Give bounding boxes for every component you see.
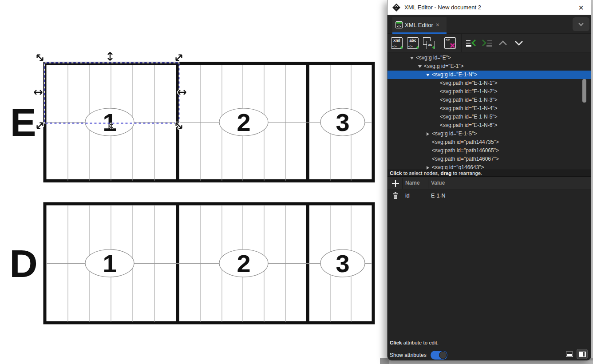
xml-editor-icon: <> xyxy=(395,21,403,28)
xml-node-item[interactable]: <svg:path id="E-1-N-1"> xyxy=(387,79,591,87)
xml-node-item[interactable]: <svg:path id="path146067"> xyxy=(387,155,591,163)
xml-node-item[interactable]: <svg:path id="path146065"> xyxy=(387,146,591,155)
attribute-hint-text: Click attribute to edit. xyxy=(390,340,439,345)
attribute-value[interactable]: E-1-N xyxy=(431,193,446,199)
xml-node-item[interactable]: <svg:g id="g146643"> xyxy=(387,163,591,170)
delete-attribute-icon[interactable] xyxy=(392,192,399,199)
unindent-node-button[interactable] xyxy=(464,36,478,50)
xml-node-item[interactable]: <svg:path id="E-1-N-2"> xyxy=(387,87,591,96)
indent-node-button[interactable] xyxy=(480,36,494,50)
panel-menu-button[interactable] xyxy=(573,17,589,31)
tab-label: XML Editor xyxy=(405,22,433,28)
row-D-group[interactable]: 1 2 3 D xyxy=(9,202,373,324)
section-number[interactable]: 2 xyxy=(237,108,250,136)
section-number[interactable]: 2 xyxy=(237,249,250,277)
section-number[interactable]: 1 xyxy=(103,249,116,277)
indent-icon xyxy=(481,39,493,47)
add-attribute-button[interactable] xyxy=(391,179,400,188)
tree-hint-text: Click to select nodes, drag to rearrange… xyxy=(387,170,591,177)
xml-node-tree: <svg:g id="E"> <svg:g id="E-1"> <svg:g i… xyxy=(387,52,591,170)
row-letter-E[interactable]: E xyxy=(10,100,36,144)
xml-toolbar: xml <> + abc <> + <> + <> xyxy=(387,34,591,52)
xml-node-item-selected[interactable]: <svg:g id="E-1-N"> xyxy=(387,71,591,79)
delete-node-button[interactable]: <> xyxy=(443,36,457,50)
layout-horizontal-button[interactable] xyxy=(564,349,575,359)
resize-handle-e-icon[interactable] xyxy=(177,87,187,97)
tree-scrollbar-thumb[interactable] xyxy=(582,79,586,103)
resize-handle-n-icon[interactable] xyxy=(105,51,115,61)
delete-x-icon xyxy=(450,43,455,48)
expand-triangle-icon[interactable] xyxy=(410,57,414,59)
section-number[interactable]: 1 xyxy=(103,108,116,136)
new-element-node-button[interactable]: xml <> + xyxy=(390,36,403,50)
xml-node-item[interactable]: <svg:path id="path144735"> xyxy=(387,138,591,146)
dialog-titlebar[interactable]: XML Editor - New document 2 × xyxy=(387,0,591,15)
duplicate-node-button[interactable]: <> + xyxy=(422,36,435,50)
layout-horizontal-icon xyxy=(566,352,573,357)
dialog-title: XML Editor - New document 2 xyxy=(404,4,481,11)
column-separator xyxy=(402,178,403,189)
section-number[interactable]: 3 xyxy=(336,108,349,136)
column-separator xyxy=(428,178,428,189)
row-E-group[interactable]: 1 2 3 E xyxy=(10,62,373,182)
section-number[interactable]: 3 xyxy=(336,249,349,277)
xml-node-item[interactable]: <svg:path id="E-1-N-3"> xyxy=(387,96,591,104)
window-edge xyxy=(389,360,593,364)
expand-triangle-icon[interactable] xyxy=(426,74,430,76)
resize-handle-w-icon[interactable] xyxy=(33,87,43,97)
xml-node-item[interactable]: <svg:path id="E-1-N-5"> xyxy=(387,113,591,121)
resize-handle-s-icon[interactable] xyxy=(108,123,115,129)
expand-triangle-icon[interactable] xyxy=(418,65,422,68)
show-attributes-label: Show attributes xyxy=(390,352,427,358)
layout-vertical-button[interactable] xyxy=(577,349,588,359)
row-E-badges[interactable]: 1 2 3 xyxy=(85,108,365,136)
show-attributes-toggle[interactable] xyxy=(430,350,448,360)
move-node-up-button[interactable] xyxy=(496,36,510,50)
close-icon[interactable]: × xyxy=(575,2,587,13)
move-node-down-button[interactable] xyxy=(512,36,526,50)
xml-node-item[interactable]: <svg:path id="E-1-N-4"> xyxy=(387,104,591,113)
drawing-canvas[interactable]: 1 2 3 E xyxy=(0,0,387,364)
xml-node-item[interactable]: <svg:g id="E-1-S"> xyxy=(387,130,591,138)
xml-node-item[interactable]: <svg:g id="E-1"> xyxy=(387,62,591,71)
name-column-header: Name xyxy=(405,180,420,186)
chevron-down-icon xyxy=(577,22,585,27)
tab-xml-editor[interactable]: <> XML Editor × xyxy=(392,17,447,34)
row-letter-D[interactable]: D xyxy=(9,241,38,285)
inkscape-screen: 1 2 3 E xyxy=(0,0,593,364)
toggle-knob xyxy=(439,351,447,359)
new-text-node-button[interactable]: abc <> + xyxy=(406,36,419,50)
toolbar-separator xyxy=(461,34,462,52)
chevron-up-icon xyxy=(498,40,508,46)
attribute-row[interactable]: id E-1-N xyxy=(387,190,591,202)
xml-node-item[interactable]: <svg:g id="E"> xyxy=(387,54,591,62)
chevron-down-icon xyxy=(514,40,524,46)
attribute-name[interactable]: id xyxy=(405,193,410,199)
attributes-header: Name Value xyxy=(387,177,591,190)
row-D-badges[interactable]: 1 2 3 xyxy=(85,249,365,277)
tab-close-icon[interactable]: × xyxy=(436,21,439,28)
collapse-triangle-icon[interactable] xyxy=(427,132,429,136)
dialog-tabbar: <> XML Editor × xyxy=(387,15,591,34)
collapse-triangle-icon[interactable] xyxy=(427,166,429,170)
xml-node-item[interactable]: <svg:path id="E-1-N-6"> xyxy=(387,121,591,130)
layout-vertical-icon xyxy=(579,352,586,357)
unindent-icon xyxy=(465,39,477,47)
inkscape-logo-icon xyxy=(392,3,401,12)
xml-editor-dialog: XML Editor - New document 2 × <> XML Edi… xyxy=(387,0,591,360)
value-column-header: Value xyxy=(431,180,445,186)
